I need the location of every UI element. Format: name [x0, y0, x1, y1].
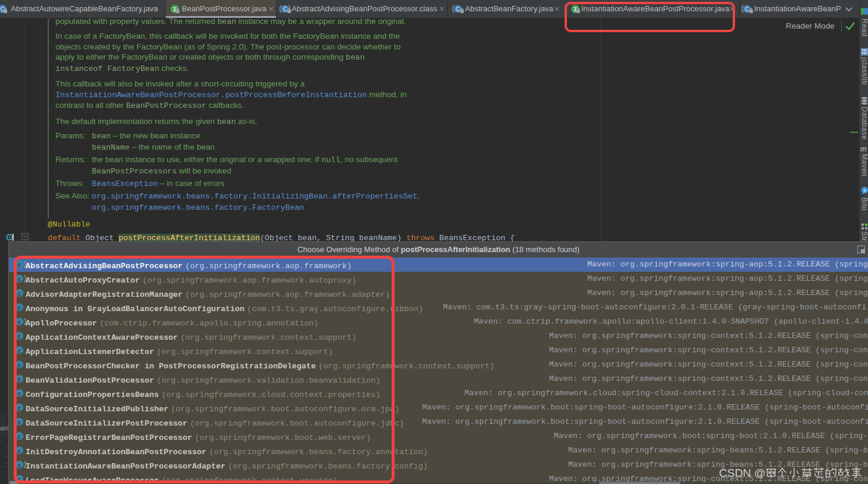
svg-text:C: C	[283, 6, 287, 13]
svg-text:C: C	[455, 6, 460, 13]
svg-text:>: >	[863, 188, 866, 193]
svg-text:C: C	[745, 6, 749, 13]
